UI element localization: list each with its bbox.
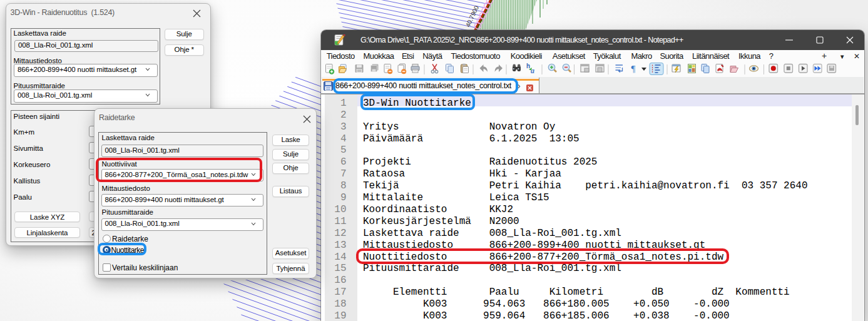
svg-text:h: h — [526, 63, 530, 69]
svg-text:a: a — [531, 66, 534, 75]
svg-text:¶: ¶ — [631, 64, 636, 74]
